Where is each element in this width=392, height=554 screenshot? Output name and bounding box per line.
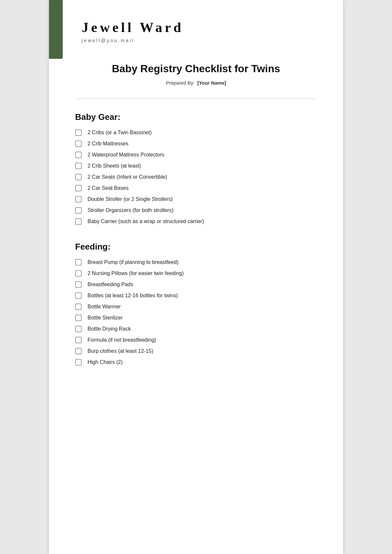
checkbox[interactable] <box>75 163 82 169</box>
list-item: 2 Cribs (or a Twin Bassinet) <box>75 129 317 137</box>
list-item: 2 Crib Sheets (at least) <box>75 162 317 170</box>
list-item: 2 Crib Mattresses <box>75 140 317 148</box>
item-text: 2 Nursing Pillows (for easier twin feedi… <box>88 269 184 277</box>
checkbox[interactable] <box>75 140 82 147</box>
item-text: Breastfeeding Pads <box>88 281 133 288</box>
list-item: Double Stroller (or 2 Single Strollers) <box>75 195 317 203</box>
document-title: Baby Registry Checklist for Twins <box>75 63 317 75</box>
checkbox[interactable] <box>75 281 82 288</box>
person-name: Jewell Ward <box>82 20 317 35</box>
item-text: Breast Pump (if planning to breastfeed) <box>88 258 178 266</box>
list-item: Bottle Warmer <box>75 303 317 311</box>
list-item: 2 Car Seat Bases <box>75 184 317 192</box>
item-text: Formula (if not breastfeeding) <box>88 336 156 344</box>
section-baby-gear: Baby Gear: 2 Cribs (or a Twin Bassinet) … <box>75 112 317 225</box>
checkbox[interactable] <box>75 259 82 266</box>
prepared-by-line: Prepared By: [Your Name] <box>75 80 317 86</box>
item-text: Bottle Drying Rack <box>88 325 131 333</box>
checkbox[interactable] <box>75 218 82 225</box>
checkbox[interactable] <box>75 292 82 299</box>
checkbox[interactable] <box>75 196 82 203</box>
checkbox[interactable] <box>75 185 82 191</box>
item-text: Stroller Organizers (for both strollers) <box>88 206 173 214</box>
list-item: Breast Pump (if planning to breastfeed) <box>75 258 317 266</box>
item-text: Baby Carrier (such as a wrap or structur… <box>88 218 204 225</box>
list-item: 2 Waterproof Mattress Protectors <box>75 151 317 159</box>
list-item: 2 Car Seats (Infant or Convertible) <box>75 173 317 181</box>
document-page: Jewell Ward jewell@you.mail Baby Registr… <box>49 0 343 554</box>
checkbox[interactable] <box>75 359 82 366</box>
checkbox[interactable] <box>75 174 82 180</box>
checkbox[interactable] <box>75 129 82 136</box>
checkbox[interactable] <box>75 207 82 214</box>
person-email: jewell@you.mail <box>82 38 317 43</box>
checkbox[interactable] <box>75 326 82 332</box>
section-divider <box>75 99 317 99</box>
checkbox[interactable] <box>75 337 82 343</box>
checkbox[interactable] <box>75 270 82 277</box>
item-text: 2 Crib Mattresses <box>88 140 128 148</box>
item-text: 2 Car Seats (Infant or Convertible) <box>88 173 167 181</box>
item-text: 2 Car Seat Bases <box>88 184 128 192</box>
list-item: Stroller Organizers (for both strollers) <box>75 206 317 214</box>
item-text: 2 Crib Sheets (at least) <box>88 162 141 170</box>
section-baby-gear-title: Baby Gear: <box>75 112 317 122</box>
checkbox[interactable] <box>75 303 82 310</box>
feeding-checklist: Breast Pump (if planning to breastfeed) … <box>75 258 317 366</box>
list-item: 2 Nursing Pillows (for easier twin feedi… <box>75 269 317 277</box>
list-item: Bottle Drying Rack <box>75 325 317 333</box>
item-text: Burp clothes (at least 12-15) <box>88 347 153 355</box>
baby-gear-checklist: 2 Cribs (or a Twin Bassinet) 2 Crib Matt… <box>75 129 317 225</box>
section-feeding-title: Feeding: <box>75 242 317 252</box>
item-text: Bottles (at least 12-16 bottles for twin… <box>88 292 178 300</box>
list-item: Breastfeeding Pads <box>75 281 317 288</box>
checkbox[interactable] <box>75 152 82 158</box>
item-text: High Chairs (2) <box>88 358 123 366</box>
list-item: Burp clothes (at least 12-15) <box>75 347 317 355</box>
item-text: 2 Waterproof Mattress Protectors <box>88 151 164 159</box>
checkbox[interactable] <box>75 315 82 321</box>
item-text: Bottle Sterilizer <box>88 314 123 322</box>
list-item: High Chairs (2) <box>75 358 317 366</box>
section-feeding: Feeding: Breast Pump (if planning to bre… <box>75 242 317 366</box>
item-text: 2 Cribs (or a Twin Bassinet) <box>88 129 152 137</box>
item-text: Bottle Warmer <box>88 303 121 311</box>
list-item: Baby Carrier (such as a wrap or structur… <box>75 218 317 225</box>
prepared-by-label: Prepared By: <box>166 80 195 86</box>
list-item: Formula (if not breastfeeding) <box>75 336 317 344</box>
sidebar-accent <box>49 0 63 59</box>
checkbox[interactable] <box>75 348 82 354</box>
header: Jewell Ward jewell@you.mail <box>75 20 317 43</box>
item-text: Double Stroller (or 2 Single Strollers) <box>88 195 173 203</box>
prepared-by-value: [Your Name] <box>197 80 226 86</box>
list-item: Bottle Sterilizer <box>75 314 317 322</box>
list-item: Bottles (at least 12-16 bottles for twin… <box>75 292 317 300</box>
